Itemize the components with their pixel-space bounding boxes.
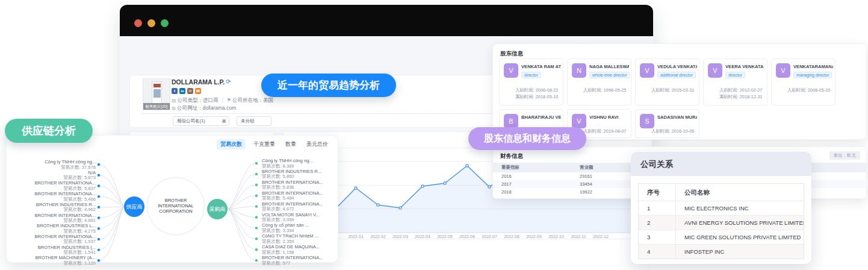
- supplier-item: BROTHER INTERNATIONA...贸易次数: 4,681: [9, 213, 96, 224]
- buyer-item: Công ty TNHH công ng...贸易次数: 8,389: [262, 159, 336, 169]
- shareholder-role-badge: director: [521, 72, 541, 78]
- relations-header-row: 序号公司名称: [639, 184, 804, 201]
- join-date: 入职时间: 2006-08-22: [515, 87, 558, 93]
- buyer-hub-node[interactable]: 采购商: [207, 199, 228, 219]
- shareholder-name: VISHNU RAVI: [589, 115, 629, 120]
- relation-index: 4: [639, 245, 676, 259]
- refresh-icon[interactable]: ⟳: [226, 78, 231, 85]
- shareholder-role-badge: whole-time director: [589, 72, 630, 78]
- buyer-item: Công ty cổ phần sản ...贸易次数: 3,394: [262, 223, 336, 233]
- supplier-link-curve: [99, 207, 125, 207]
- linkedin-icon[interactable]: in: [179, 88, 185, 94]
- shareholder-name: VENKATARAMANA MAG...: [793, 64, 833, 69]
- chart-data-point: [355, 187, 357, 189]
- buyer-trade-count: 贸易次数: 3,394: [262, 228, 336, 234]
- chart-x-tick-label: 2022-02: [370, 234, 386, 239]
- supplier-node-dot: [98, 259, 100, 262]
- buyer-trade-count: 贸易次数: 5,484: [262, 196, 336, 201]
- chart-x-tick-label: 2022-06: [459, 234, 475, 239]
- relations-header-company: 公司名称: [676, 184, 804, 201]
- buyer-trade-count: 贸易次数: 4,672: [262, 207, 336, 212]
- buyer-trade-count: 贸易次数: 8,389: [262, 164, 336, 169]
- supplier-link-curve: [99, 207, 125, 239]
- shareholders-title: 股东信息: [500, 50, 523, 58]
- buyer-item: BROTHER INDUSTRIES R...贸易次数: 5,860: [262, 169, 336, 180]
- phone-icon[interactable]: ☎: [195, 88, 201, 94]
- supplier-link-curve: [99, 175, 125, 207]
- relations-table: 序号公司名称1MIC ELECTRONICS INC2AVNI ENERGY S…: [638, 183, 804, 259]
- company-thumbnail[interactable]: 相关图片(20): [143, 78, 170, 110]
- company-type-value: 进口商: [203, 97, 219, 103]
- chart-x-tick-label: 2022-10: [548, 234, 564, 239]
- company-meta-line: ▤公司类型：进口商|⚑公司所在地：美国: [172, 97, 273, 104]
- relations-title: 公司关系: [640, 159, 673, 170]
- supplier-node-dot: [98, 216, 100, 219]
- chart-data-point: [377, 204, 379, 206]
- buyer-trade-count: 贸易次数: 2,359: [262, 239, 336, 245]
- buyer-trade-count: 贸易次数: 1,158: [262, 250, 336, 256]
- facebook-icon[interactable]: f: [172, 88, 178, 94]
- join-date: 入职时间: 2012-02-27: [719, 87, 762, 93]
- chart-x-tick-label: 2022-01: [348, 234, 364, 239]
- supplier-node-dot: [98, 174, 100, 177]
- buyer-item: CôNG TY TRáCH NHIệM ...贸易次数: 2,359: [262, 234, 336, 244]
- relation-index: 1: [639, 201, 676, 215]
- shareholder-times: 入职时间: 2016-10-06: [651, 128, 694, 134]
- supplier-node-dot: [98, 227, 100, 230]
- supplier-item: BROTHER INTERNATIONA...贸易次数: 5,837: [9, 181, 96, 191]
- buyer-node-dot: [255, 248, 258, 251]
- buyer-node-dot: [255, 173, 258, 175]
- relation-company-name: MIC GREEN SOLUTIONS PRIVATE LIMITED: [676, 230, 804, 244]
- relation-row[interactable]: 3MIC GREEN SOLUTIONS PRIVATE LIMITED: [639, 230, 804, 245]
- shareholder-times: 入职时间: 2012-02-27离职时间: 2018-12-31: [719, 87, 762, 100]
- shareholders-panel: 股东信息 VVENKATA RAM ATLURIdirector入职时间: 20…: [492, 43, 867, 140]
- shareholder-avatar: V: [708, 63, 722, 78]
- buyer-node-dot: [255, 184, 258, 186]
- supply-chain-panel: 贸易次数千克重量数量美元总价 BROTHER INTERNATIONAL COR…: [6, 135, 338, 263]
- supplier-link-curve: [99, 186, 125, 207]
- supplier-hub-node[interactable]: 供应商: [124, 196, 144, 217]
- relation-row[interactable]: 1MIC ELECTRONICS INC: [639, 201, 804, 216]
- shareholder-avatar: V: [776, 63, 790, 78]
- supplier-node-dot: [98, 195, 100, 198]
- shareholders-callout-pill: 股东信息和财务信息: [468, 127, 586, 150]
- shareholder-name: VEERA VENKATA SATYA...: [725, 64, 765, 69]
- chart-data-point: [488, 186, 491, 188]
- company-type-label: 公司类型：: [178, 97, 203, 103]
- relation-row[interactable]: 2AVNI ENERGY SOLUTIONS PRIVATE LIMITED: [639, 216, 804, 230]
- company-relations-panel: 公司关系 序号公司名称1MIC ELECTRONICS INC2AVNI ENE…: [631, 152, 811, 264]
- supplier-node-dot: [98, 248, 100, 251]
- mail-icon[interactable]: ✉: [187, 88, 193, 94]
- website-value[interactable]: dollarama.com: [202, 105, 236, 111]
- maximize-window-dot[interactable]: [161, 19, 169, 27]
- buyer-item: BROTHER INTERNATIONA...贸易次数: 5,836: [262, 180, 336, 190]
- shareholder-role-badge: director: [725, 72, 745, 78]
- similar-company-select[interactable]: 相似公司名(1) ▣: [173, 116, 229, 126]
- chart-x-tick-label: 2022-04: [415, 234, 430, 239]
- center-company-name: BROTHER INTERNATIONAL CORPORATION: [150, 198, 202, 214]
- join-date: 入职时间: 2016-10-06: [651, 128, 694, 134]
- supplier-item: BROTHER INTERNATIONA...贸易次数: 1,937: [9, 234, 96, 245]
- relation-index: 3: [639, 230, 676, 244]
- chart-x-tick-label: 2022-12: [593, 234, 609, 239]
- group-select[interactable]: 未分组: [237, 116, 271, 126]
- company-location-value: 美国: [263, 97, 273, 103]
- close-window-dot[interactable]: [134, 19, 142, 27]
- minimize-window-dot[interactable]: [147, 19, 155, 27]
- relation-row[interactable]: 4INFOSTEP INC: [639, 245, 804, 259]
- buyer-item: BROTHER INTERNATIONA...贸易次数: 4,672: [262, 202, 336, 212]
- supplier-trade-count: 贸易次数: 5,873: [9, 175, 96, 181]
- buyer-link-curve: [227, 163, 255, 209]
- chart-data-point: [399, 207, 401, 209]
- join-date: 入职时间: 2019-08-07: [583, 128, 626, 134]
- social-icons-row: fin✉☎: [172, 88, 201, 94]
- shareholder-card: NNAGA MALLESWARA R...whole-time director…: [567, 58, 631, 105]
- shareholder-card: VVENKATARAMANA MAG...managing director入职…: [771, 58, 835, 105]
- shareholder-name: SADASIVAN MURALIKR...: [657, 115, 697, 120]
- supplier-trade-count: 贸易次数: 1,937: [9, 239, 96, 245]
- group-select-label: 未分组: [241, 118, 255, 124]
- financial-year: 2018: [493, 188, 571, 196]
- location-icon: ⚑: [227, 98, 231, 103]
- shareholder-name: BHARATIRAJU VEGIRAJU: [521, 115, 561, 120]
- shareholder-card: VVENKATA RAM ATLURIdirector入职时间: 2006-08…: [499, 58, 563, 105]
